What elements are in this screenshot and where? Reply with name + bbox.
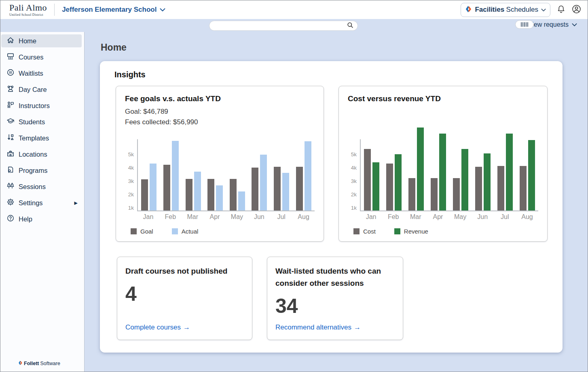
chevron-down-icon [160, 6, 165, 14]
user-account-button[interactable] [572, 4, 581, 15]
legend-swatch [394, 228, 400, 234]
header-divider [54, 4, 55, 16]
follett-diamond-icon [18, 360, 23, 367]
gear-icon [6, 198, 15, 208]
bar-group [226, 120, 249, 210]
sidebar-item-home[interactable]: Home [1, 34, 82, 47]
bar-group [182, 120, 204, 210]
instructor-icon [6, 101, 15, 111]
product-name-bold: Facilities [475, 6, 504, 13]
sidebar-nav: Home Courses Waitlists Day Care Instruct… [0, 32, 85, 372]
notifications-button[interactable] [557, 5, 565, 15]
actual-bar [216, 185, 223, 210]
x-tick-label: Jul [494, 213, 516, 221]
stat-card-title: Wait-listed students who can consider ot… [275, 265, 395, 289]
search-icon[interactable] [347, 22, 353, 30]
y-axis-ticks: 1k2k3k4k5k [125, 136, 137, 211]
bar-group [160, 120, 182, 210]
insights-card: Insights Fee goals v.s. actuals YTD Goal… [100, 61, 563, 353]
insights-title: Insights [114, 70, 554, 79]
user-avatar-icon [572, 4, 581, 15]
chevron-down-icon [541, 6, 546, 13]
chart-plot: 1k2k3k4k5k JanFebMarAprMayJunJulAug [348, 125, 538, 221]
cost-bar [497, 166, 504, 210]
x-axis-labels: JanFebMarAprMayJunJulAug [137, 213, 315, 221]
graduation-cap-icon [6, 117, 15, 127]
sidebar-item-waitlists[interactable]: Waitlists [1, 67, 82, 80]
goal-bar [252, 168, 258, 210]
district-logo: Pali Almo Unified School District [9, 3, 47, 17]
fee-goals-chart-card: Fee goals v.s. actuals YTD Goal: $46,789… [116, 86, 324, 242]
x-tick-label: Feb [159, 213, 182, 221]
sidebar-item-templates[interactable]: Templates [1, 132, 82, 145]
arrow-right-icon: → [183, 323, 190, 332]
sidebar-item-label: Students [19, 118, 45, 126]
main-content: Home Insights Fee goals v.s. actuals YTD… [85, 32, 588, 372]
legend-item: Cost [353, 228, 376, 235]
sidebar-item-day-care[interactable]: Day Care [1, 83, 82, 96]
bar-group [472, 109, 494, 210]
actual-bar [305, 141, 311, 210]
link-label: Complete courses [125, 323, 181, 332]
chart-goal-line: Goal: $46,789 [125, 106, 315, 117]
sidebar-item-label: Settings [19, 199, 43, 207]
goal-bar [141, 179, 148, 210]
sort-shapes-icon [6, 133, 15, 143]
complete-courses-link[interactable]: Complete courses → [125, 323, 244, 332]
app-window: Pali Almo Unified School District Jeffer… [0, 0, 588, 372]
goal-bar [163, 165, 170, 210]
sidebar-item-instructors[interactable]: Instructors [1, 99, 82, 112]
sidebar-item-label: Courses [19, 53, 43, 61]
actual-bar [238, 191, 245, 210]
bar-group [405, 109, 427, 210]
revenue-bar [484, 153, 491, 210]
goal-bar [186, 179, 192, 210]
sidebar-item-label: Home [19, 37, 36, 45]
top-header: Pali Almo Unified School District Jeffer… [0, 0, 588, 19]
submenu-arrow-icon: ▶ [74, 200, 78, 206]
scrubber-pill-overlay[interactable] [515, 20, 534, 29]
new-requests-dropdown[interactable]: New requests [529, 21, 577, 28]
header-right-group: Facilities Schedules [461, 3, 581, 17]
search-input[interactable] [215, 23, 347, 29]
sidebar-item-locations[interactable]: Locations [1, 148, 82, 161]
x-tick-label: May [449, 213, 472, 221]
x-tick-label: Feb [382, 213, 404, 221]
x-tick-label: Jan [137, 213, 159, 221]
bar-group [427, 109, 450, 210]
sidebar-item-help[interactable]: Help [1, 213, 82, 225]
sidebar-item-label: Instructors [19, 102, 50, 110]
school-selector-dropdown[interactable]: Jefferson Elementary School [62, 6, 165, 14]
y-tick-label: 2k [351, 191, 357, 198]
y-tick-label: 3k [128, 178, 134, 184]
sidebar-item-sessions[interactable]: Sessions [1, 180, 82, 193]
arrow-right-icon: → [354, 323, 361, 332]
product-switcher[interactable]: Facilities Schedules [461, 3, 550, 17]
global-search[interactable] [209, 21, 358, 31]
actual-bar [172, 141, 179, 210]
bar-group [361, 109, 383, 210]
legend-item: Revenue [394, 228, 428, 235]
sidebar-item-programs[interactable]: Programs [1, 164, 82, 177]
charts-row: Fee goals v.s. actuals YTD Goal: $46,789… [108, 86, 554, 242]
x-tick-label: Apr [427, 213, 449, 221]
new-requests-label: New requests [529, 21, 569, 28]
sidebar-item-students[interactable]: Students [1, 115, 82, 128]
x-tick-label: Aug [516, 213, 538, 221]
x-tick-label: Aug [292, 213, 315, 221]
x-tick-label: Mar [404, 213, 427, 221]
sidebar-item-courses[interactable]: Courses [1, 51, 82, 64]
y-tick-label: 3k [351, 178, 357, 184]
school-selector-label: Jefferson Elementary School [62, 6, 157, 14]
cost-bar [453, 178, 460, 210]
legend-label: Actual [182, 228, 199, 235]
pause-circle-icon [6, 68, 15, 78]
legend-swatch [131, 228, 137, 234]
stat-card-count: 4 [125, 283, 244, 305]
recommend-alternatives-link[interactable]: Recommend alternatives → [275, 323, 395, 332]
cost-bar [520, 166, 527, 210]
sidebar-item-settings[interactable]: Settings ▶ [1, 196, 82, 209]
follett-logo-regular: Software [40, 361, 60, 366]
chart-title: Fee goals v.s. actuals YTD [125, 94, 315, 103]
y-tick-label: 4k [351, 165, 357, 171]
